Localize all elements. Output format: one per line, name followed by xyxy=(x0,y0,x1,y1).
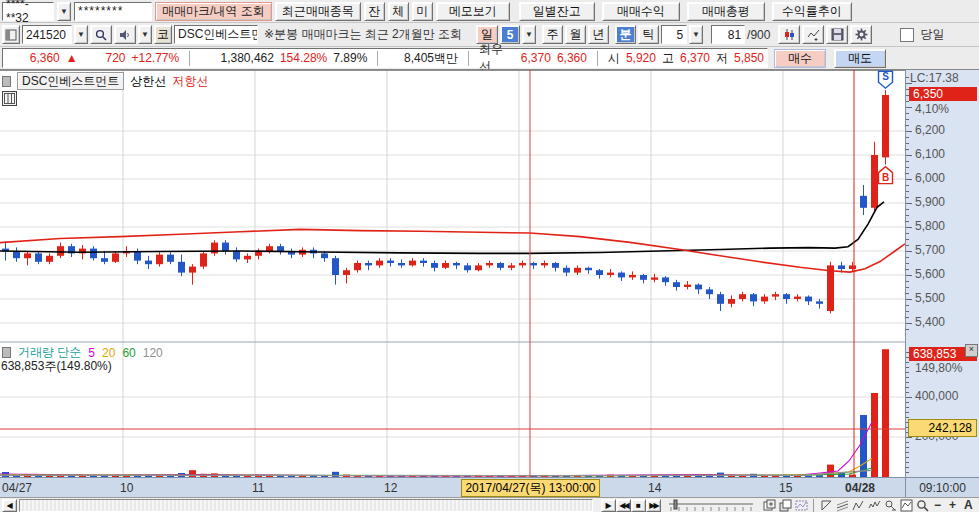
axis-tick xyxy=(906,387,909,388)
collapse-icon[interactable] xyxy=(2,76,11,87)
period-minute-button[interactable]: 분 xyxy=(615,25,636,44)
period-year-button[interactable]: 년 xyxy=(588,25,609,44)
candle-style-icon[interactable] xyxy=(778,25,800,44)
price-axis-label: 5,600 xyxy=(915,267,945,281)
trade-profit-button[interactable]: 매매수익 xyxy=(602,2,680,21)
axis-tick xyxy=(906,179,912,180)
account-select[interactable]: ****-**32 xyxy=(2,2,54,21)
chart-window-icon[interactable] xyxy=(898,499,914,512)
lc-value: LC:17.38 xyxy=(910,71,959,85)
price-chart-pane[interactable] xyxy=(0,70,905,342)
zigzag-tool-icon[interactable] xyxy=(850,499,866,512)
save-icon[interactable] xyxy=(826,25,848,44)
speed-slider[interactable] xyxy=(667,499,755,512)
gear-icon[interactable] xyxy=(850,25,872,44)
search-icon[interactable] xyxy=(90,25,112,44)
account-dropdown-arrow-icon[interactable]: ▼ xyxy=(57,2,71,21)
font-tool-button[interactable]: A xyxy=(964,498,973,512)
divider xyxy=(189,51,190,66)
trade-mark-button[interactable]: 매매마크/내역 조회 xyxy=(155,2,272,21)
rewind-button[interactable]: ◀◀ xyxy=(616,499,631,512)
volume-value: 1,380,462 xyxy=(200,51,274,65)
speaker-icon[interactable] xyxy=(114,25,136,44)
stock-code-input[interactable]: 241520 xyxy=(22,25,72,44)
trade-review-button[interactable]: 매매총평 xyxy=(687,2,765,21)
close-icon[interactable]: × xyxy=(965,344,978,357)
zoom-in-button[interactable]: + xyxy=(949,498,956,512)
amount-value: 8,405백만 xyxy=(388,50,458,67)
sell-button[interactable]: 매도 xyxy=(834,49,886,68)
axis-tick xyxy=(906,161,909,162)
upper-line-label: 상한선 xyxy=(130,73,166,90)
fast-forward-button[interactable]: ▶▶ xyxy=(646,499,661,512)
axis-tick xyxy=(906,362,909,363)
memo-button[interactable]: 메모보기 xyxy=(436,2,510,21)
axis-tick xyxy=(906,377,909,378)
price-axis-label: 5,800 xyxy=(915,219,945,233)
axis-tick xyxy=(906,397,912,398)
best-ask: 6,370 xyxy=(521,51,551,65)
code-dropdown-arrow-icon[interactable]: ▼ xyxy=(74,25,88,44)
period-month-button[interactable]: 월 xyxy=(565,25,586,44)
axis-tick xyxy=(906,227,912,228)
minute-value: 5 xyxy=(676,28,683,42)
wave-tool-icon[interactable] xyxy=(866,499,882,512)
axis-tick xyxy=(906,167,909,168)
panel-icon[interactable] xyxy=(2,25,20,44)
region-select-icon[interactable] xyxy=(793,499,809,512)
indicator-tool-icon[interactable] xyxy=(882,499,898,512)
current-price-axis-label: 6,350 xyxy=(909,87,977,101)
password-input[interactable]: ******** xyxy=(74,2,152,21)
buy-button[interactable]: 매수 xyxy=(774,49,826,68)
zoom-icon[interactable] xyxy=(914,499,930,512)
volume-chart-pane[interactable] xyxy=(0,342,905,477)
mi-button[interactable]: 미 xyxy=(412,2,433,21)
daily-balance-button[interactable]: 일별잔고 xyxy=(519,2,595,21)
minute-dropdown-arrow-icon[interactable]: ▼ xyxy=(689,25,703,44)
axis-tick xyxy=(906,119,909,120)
price-axis-label: 5,700 xyxy=(915,243,945,257)
volume-current-text: 638,853주(149.80%) xyxy=(1,358,112,375)
axis-tick xyxy=(906,137,909,138)
minute-value-select[interactable]: 5 xyxy=(661,25,687,44)
stock-code: 241520 xyxy=(26,28,66,42)
che-button[interactable]: 체 xyxy=(388,2,409,21)
stop-button[interactable]: ■ xyxy=(631,499,646,512)
trendline-tool-icon[interactable] xyxy=(818,499,834,512)
axis-tick xyxy=(906,293,909,294)
bar-count-input[interactable]: 81 xyxy=(711,25,745,44)
axis-tick xyxy=(906,367,909,368)
yield-trend-button[interactable]: 수익률추이 xyxy=(772,2,852,21)
chart-scrollbar[interactable] xyxy=(19,499,593,512)
time-axis-label: 11 xyxy=(252,481,264,495)
intraday-checkbox[interactable] xyxy=(900,28,914,42)
grid-tool-icon[interactable] xyxy=(2,91,17,106)
channel-tool-icon[interactable] xyxy=(834,499,850,512)
axis-tick xyxy=(906,149,909,150)
scroll-left-button[interactable]: ◀ xyxy=(2,499,17,512)
copy-chart-icon[interactable] xyxy=(777,499,793,512)
period-tick-button[interactable]: 틱 xyxy=(638,25,659,44)
stock-name: DSC인베스트먼 xyxy=(178,26,258,43)
recent-trades-button[interactable]: 최근매매종목 xyxy=(275,2,361,21)
axis-tick xyxy=(906,197,909,198)
stock-name-tab[interactable]: DSC인베스트먼트 xyxy=(17,72,124,90)
volume-ratio: 154.28% xyxy=(280,51,327,65)
line-style-icon[interactable] xyxy=(802,25,824,44)
interval-dropdown-arrow-icon[interactable]: ▼ xyxy=(522,25,536,44)
zoom-out-button[interactable]: − xyxy=(934,498,941,512)
speaker-dropdown-arrow-icon[interactable]: ▼ xyxy=(138,25,152,44)
axis-tick xyxy=(906,317,909,318)
up-arrow-icon: ▲ xyxy=(66,51,78,65)
axis-tick xyxy=(906,299,912,300)
play-button[interactable]: ▶ xyxy=(601,499,616,512)
collapse-icon[interactable] xyxy=(2,347,11,358)
compare-windows-icon[interactable] xyxy=(761,499,777,512)
axis-tick xyxy=(906,462,909,463)
time-axis: 2017/04/27(목) 13:00:00 04/27101112141504… xyxy=(0,477,905,497)
high-price: 6,370 xyxy=(680,51,710,65)
top-toolbar: ****-**32 ▼ ******** 매매마크/내역 조회 최근매매종목 잔… xyxy=(0,0,979,23)
time-axis-label: 04/28 xyxy=(845,481,875,495)
jan-button[interactable]: 잔 xyxy=(364,2,385,21)
period-week-button[interactable]: 주 xyxy=(542,25,563,44)
